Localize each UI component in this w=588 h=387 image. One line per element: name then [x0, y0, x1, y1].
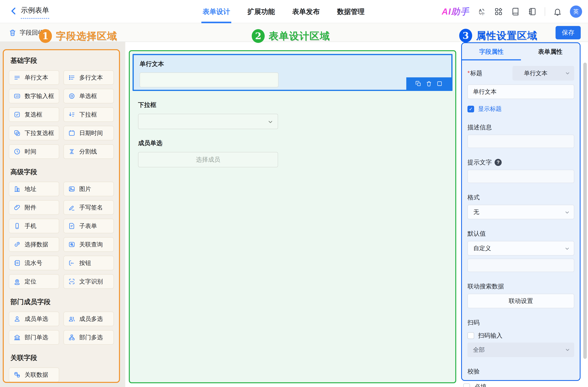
main-tab-label: 扩展功能: [247, 7, 275, 16]
main-tab-2[interactable]: 扩展功能: [247, 0, 275, 23]
active-tab-indicator: [201, 22, 231, 23]
field-item-datetime[interactable]: 日期时间: [63, 126, 114, 140]
help-icon[interactable]: ?: [495, 159, 502, 166]
validation-label: 校验: [467, 367, 574, 376]
show-title-checkbox[interactable]: [467, 106, 474, 113]
field-item-address[interactable]: 地址: [9, 182, 59, 196]
field-item-label: 选择数据: [24, 241, 48, 249]
field-item-time[interactable]: 时间: [9, 144, 59, 159]
form-designer-app: 示例表单 表单设计扩展功能表单发布数据管理 AI助手 A中 英 字段回收站 保存…: [0, 0, 588, 387]
scan-input-checkbox[interactable]: [467, 332, 474, 339]
tab-form-properties[interactable]: 表单属性: [521, 43, 580, 60]
sub-toolbar: 字段回收站 保存: [0, 23, 588, 42]
field-item-dept-multi[interactable]: 部门多选: [63, 330, 114, 345]
field-item-select[interactable]: 下拉框: [63, 107, 114, 122]
field-item-divider[interactable]: 分割线: [63, 144, 114, 159]
frame-icon[interactable]: [436, 81, 443, 87]
canvas-field[interactable]: 下拉框: [132, 101, 453, 129]
image-icon: [68, 185, 75, 193]
field-item-image[interactable]: 图片: [63, 182, 114, 196]
field-item-button-field[interactable]: Btn按钮: [63, 256, 114, 270]
save-button[interactable]: 保存: [556, 26, 581, 39]
default-type-select[interactable]: 自定义: [467, 241, 574, 255]
format-select[interactable]: 无: [467, 205, 574, 219]
default-value-label: 默认值: [467, 229, 574, 238]
field-item-related-data[interactable]: 关联数据: [9, 367, 59, 382]
field-item-text-multi[interactable]: 多行文本: [63, 70, 114, 85]
field-item-subform[interactable]: 子表单: [63, 219, 114, 233]
chevron-down-icon: [565, 347, 570, 353]
field-item-mobile[interactable]: 手机: [9, 219, 59, 233]
field-recycle-bin[interactable]: 字段回收站: [9, 23, 50, 42]
back-nav[interactable]: 示例表单: [9, 5, 49, 19]
field-item-serial-number[interactable]: 流水号: [9, 256, 59, 270]
main-tab-3[interactable]: 表单发布: [292, 0, 320, 23]
field-item-label: 关联查询: [79, 241, 103, 249]
description-label: 描述信息: [467, 123, 574, 132]
svg-text:中: 中: [481, 12, 485, 16]
field-item-select-multi[interactable]: 下拉复选框: [9, 126, 59, 140]
field-item-label: 按钮: [79, 259, 91, 267]
ai-assistant-logo[interactable]: AI助手: [442, 6, 469, 18]
apps-grid-icon[interactable]: [494, 7, 503, 16]
field-item-text-single[interactable]: 单行文本: [9, 70, 59, 85]
field-item-member-multi[interactable]: 成员多选: [63, 312, 114, 326]
canvas-member-picker[interactable]: 选择成员: [138, 152, 278, 167]
canvas-select[interactable]: [138, 114, 278, 129]
canvas-field-selected[interactable]: 单行文本: [132, 54, 453, 91]
field-item-dept-single[interactable]: 部门单选: [9, 330, 59, 345]
translate-icon[interactable]: A中: [477, 7, 486, 16]
field-item-related-query[interactable]: 关联查询: [63, 237, 114, 252]
title-label: *标题: [467, 69, 483, 77]
field-item-signature[interactable]: 手写签名: [63, 200, 114, 215]
chevron-down-icon: [565, 70, 570, 76]
header-divider: [545, 7, 545, 16]
dept-multi-icon: [68, 334, 75, 341]
main-tab-1[interactable]: 表单设计: [203, 0, 230, 23]
field-item-location[interactable]: 定位: [9, 274, 59, 289]
field-item-ocr[interactable]: OCR文字识别: [63, 274, 114, 289]
member-multi-icon: [68, 315, 75, 322]
scan-type-value: 全部: [467, 346, 485, 354]
field-item-number-input[interactable]: 123数字输入框: [9, 89, 59, 103]
avatar[interactable]: 英: [570, 5, 582, 18]
title-input[interactable]: 单行文本: [467, 84, 574, 99]
mobile-icon: [14, 223, 21, 229]
checkbox-icon: [14, 111, 21, 118]
back-chevron-icon: [9, 7, 18, 15]
field-item-attachment[interactable]: 附件: [9, 200, 59, 215]
field-item-select-data[interactable]: 选择数据: [9, 237, 59, 252]
field-item-member-single[interactable]: 成员单选: [9, 312, 59, 326]
title-type-select[interactable]: 单行文本: [512, 66, 574, 81]
required-checkbox[interactable]: [463, 384, 470, 387]
vertical-scrollbar[interactable]: [583, 63, 587, 359]
scan-type-select[interactable]: 全部: [467, 342, 574, 357]
required-checkbox-label: 必填: [474, 383, 486, 387]
canvas-text-input[interactable]: [140, 72, 278, 87]
chevron-down-icon: [564, 210, 570, 215]
field-item-radio[interactable]: 单选框: [63, 89, 114, 103]
hint-input[interactable]: [467, 170, 574, 183]
attachment-icon: [14, 204, 21, 211]
title-input-value: 单行文本: [473, 88, 497, 96]
main-tab-4[interactable]: 数据管理: [337, 0, 365, 23]
trash-icon[interactable]: [426, 81, 432, 87]
field-item-checkbox[interactable]: 复选框: [9, 107, 59, 122]
canvas-field[interactable]: 成员单选选择成员: [132, 139, 453, 167]
field-item-label: 部门单选: [24, 333, 48, 341]
linkage-settings-button[interactable]: 联动设置: [467, 294, 574, 308]
description-input[interactable]: [467, 135, 574, 148]
show-title-label: 显示标题: [478, 105, 502, 113]
location-icon: [14, 278, 21, 285]
default-value-input[interactable]: [467, 259, 574, 272]
bell-icon[interactable]: [553, 7, 562, 16]
form-canvas[interactable]: 单行文本下拉框成员单选选择成员: [129, 50, 456, 383]
book-icon[interactable]: [511, 7, 520, 16]
signature-icon: [68, 204, 75, 211]
tab-field-properties[interactable]: 字段属性: [462, 43, 521, 60]
notebook-icon[interactable]: [528, 7, 537, 16]
section-grid: 成员单选成员多选部门单选部门多选: [9, 312, 114, 345]
copy-icon[interactable]: [415, 81, 421, 87]
field-item-label: 单选框: [79, 92, 97, 100]
related-data-icon: [14, 371, 21, 378]
